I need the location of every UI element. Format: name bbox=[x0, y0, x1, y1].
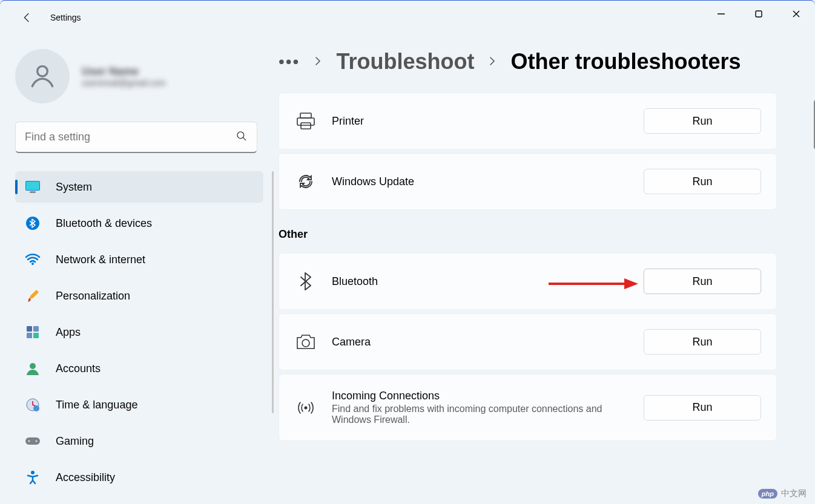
window-controls bbox=[702, 1, 815, 27]
search-input[interactable] bbox=[25, 131, 236, 143]
troubleshooter-windows-update: Windows Update Run bbox=[279, 153, 777, 210]
apps-icon bbox=[25, 324, 41, 340]
profile-text: User Name useremail@gmail.com bbox=[82, 65, 166, 88]
breadcrumb-link[interactable]: Troubleshoot bbox=[336, 49, 474, 74]
sidebar-item-label: Network & internet bbox=[56, 254, 145, 266]
card-title: Camera bbox=[332, 336, 644, 349]
sidebar-item-gaming[interactable]: Gaming bbox=[15, 425, 263, 457]
svg-point-9 bbox=[31, 263, 34, 265]
svg-marker-25 bbox=[624, 278, 638, 289]
annotation-arrow-icon bbox=[549, 277, 639, 291]
maximize-button[interactable] bbox=[740, 1, 777, 27]
sidebar-item-label: Bluetooth & devices bbox=[56, 217, 152, 230]
section-other-label: Other bbox=[279, 228, 809, 241]
svg-point-16 bbox=[33, 405, 39, 411]
run-button[interactable]: Run bbox=[644, 395, 761, 421]
sidebar-item-label: Personalization bbox=[56, 290, 130, 303]
run-button[interactable]: Run bbox=[644, 108, 761, 134]
breadcrumb: ••• Troubleshoot Other troubleshooters bbox=[279, 49, 809, 74]
php-logo-icon: php bbox=[758, 489, 777, 499]
main-content: ••• Troubleshoot Other troubleshooters P… bbox=[279, 34, 815, 504]
sidebar-item-bluetooth[interactable]: Bluetooth & devices bbox=[15, 208, 263, 239]
sidebar-item-label: Accounts bbox=[56, 362, 101, 375]
profile-name: User Name bbox=[82, 65, 166, 78]
sidebar-item-label: Gaming bbox=[56, 435, 94, 448]
svg-rect-11 bbox=[33, 326, 39, 332]
svg-rect-1 bbox=[756, 11, 762, 17]
svg-rect-7 bbox=[30, 191, 36, 193]
camera-icon bbox=[294, 330, 317, 353]
profile-block[interactable]: User Name useremail@gmail.com bbox=[15, 49, 279, 103]
run-button[interactable]: Run bbox=[644, 169, 761, 194]
minimize-button[interactable] bbox=[702, 1, 740, 27]
run-button[interactable]: Run bbox=[644, 269, 761, 294]
svg-point-19 bbox=[36, 440, 38, 442]
sidebar: User Name useremail@gmail.com System bbox=[0, 34, 279, 504]
breadcrumb-current: Other troubleshooters bbox=[510, 49, 741, 74]
sidebar-item-accessibility[interactable]: Accessibility bbox=[15, 462, 263, 493]
sidebar-item-time[interactable]: Time & language bbox=[15, 389, 263, 421]
troubleshooter-printer: Printer Run bbox=[279, 93, 777, 149]
sidebar-item-label: Time & language bbox=[56, 399, 137, 411]
troubleshooter-camera: Camera Run bbox=[279, 313, 777, 370]
sidebar-item-network[interactable]: Network & internet bbox=[15, 244, 263, 275]
watermark-text: 中文网 bbox=[781, 488, 807, 499]
sidebar-item-system[interactable]: System bbox=[15, 171, 263, 203]
svg-rect-6 bbox=[26, 182, 39, 190]
svg-point-18 bbox=[28, 440, 30, 442]
troubleshooter-bluetooth: Bluetooth Run bbox=[279, 253, 777, 310]
svg-rect-21 bbox=[300, 113, 311, 118]
search-icon bbox=[236, 130, 248, 145]
printer-icon bbox=[294, 110, 317, 133]
svg-rect-17 bbox=[25, 437, 40, 445]
sidebar-item-label: Apps bbox=[56, 326, 81, 339]
svg-rect-12 bbox=[27, 333, 32, 338]
chevron-right-icon bbox=[487, 54, 497, 70]
svg-point-2 bbox=[38, 66, 48, 76]
clock-icon bbox=[25, 397, 41, 413]
watermark: php 中文网 bbox=[758, 488, 807, 499]
sidebar-item-personalization[interactable]: Personalization bbox=[15, 280, 263, 312]
troubleshooter-incoming-connections: Incoming Connections Find and fix proble… bbox=[279, 374, 777, 441]
breadcrumb-ellipsis[interactable]: ••• bbox=[279, 52, 300, 71]
back-button[interactable] bbox=[15, 5, 39, 30]
sidebar-item-accounts[interactable]: Accounts bbox=[15, 353, 263, 384]
refresh-icon bbox=[294, 170, 317, 193]
accessibility-icon bbox=[25, 470, 41, 485]
bluetooth-icon bbox=[25, 215, 41, 231]
avatar bbox=[15, 49, 70, 103]
svg-point-27 bbox=[305, 406, 308, 409]
svg-rect-10 bbox=[27, 326, 32, 332]
sidebar-item-apps[interactable]: Apps bbox=[15, 316, 263, 348]
card-title: Windows Update bbox=[332, 175, 644, 188]
sidebar-item-label: Accessibility bbox=[56, 471, 115, 484]
wifi-icon bbox=[25, 252, 41, 267]
sidebar-item-label: System bbox=[56, 181, 92, 194]
svg-rect-22 bbox=[297, 118, 314, 125]
svg-point-26 bbox=[302, 339, 309, 347]
gaming-icon bbox=[25, 433, 41, 449]
svg-rect-13 bbox=[33, 333, 39, 338]
paintbrush-icon bbox=[25, 288, 41, 304]
run-button[interactable]: Run bbox=[644, 329, 761, 355]
antenna-icon bbox=[294, 396, 317, 419]
card-title: Printer bbox=[332, 115, 644, 128]
chevron-right-icon bbox=[313, 54, 323, 70]
sidebar-nav: System Bluetooth & devices Network & int… bbox=[15, 171, 279, 486]
card-subtitle: Find and fix problems with incoming comp… bbox=[332, 404, 635, 425]
bluetooth-outline-icon bbox=[294, 270, 317, 293]
card-title: Incoming Connections bbox=[332, 390, 644, 402]
profile-email: useremail@gmail.com bbox=[82, 78, 166, 88]
search-box[interactable] bbox=[15, 122, 257, 153]
account-icon bbox=[25, 361, 41, 376]
titlebar: Settings bbox=[0, 1, 815, 34]
monitor-icon bbox=[25, 179, 41, 195]
svg-point-20 bbox=[31, 471, 35, 474]
app-title: Settings bbox=[50, 13, 81, 22]
svg-rect-23 bbox=[301, 123, 311, 129]
svg-point-14 bbox=[30, 363, 36, 369]
close-button[interactable] bbox=[777, 1, 815, 27]
sidebar-scrollbar[interactable] bbox=[272, 171, 274, 413]
